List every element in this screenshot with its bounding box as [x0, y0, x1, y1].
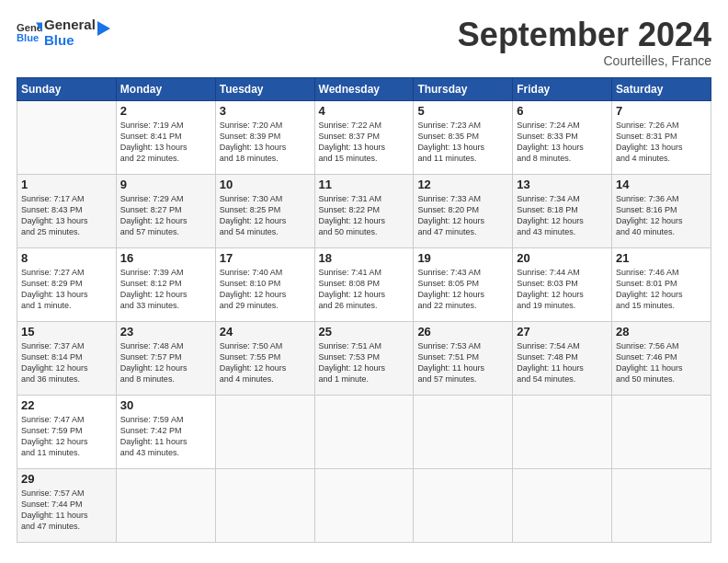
col-header-tuesday: Tuesday: [215, 77, 314, 100]
day-number: 21: [616, 251, 707, 265]
table-row: 12Sunrise: 7:33 AM Sunset: 8:20 PM Dayli…: [414, 174, 513, 247]
day-number: 8: [21, 251, 112, 265]
day-number: 20: [517, 251, 608, 265]
day-number: 26: [417, 325, 508, 339]
day-number: 6: [517, 104, 608, 118]
cell-content: Sunrise: 7:54 AM Sunset: 7:48 PM Dayligh…: [517, 340, 608, 385]
table-row: 3Sunrise: 7:20 AM Sunset: 8:39 PM Daylig…: [215, 100, 314, 174]
table-row: [215, 395, 314, 468]
cell-content: Sunrise: 7:20 AM Sunset: 8:39 PM Dayligh…: [220, 120, 311, 165]
table-row: 5Sunrise: 7:23 AM Sunset: 8:35 PM Daylig…: [414, 100, 513, 174]
day-number: 4: [319, 104, 410, 118]
day-number: 24: [220, 325, 311, 339]
cell-content: Sunrise: 7:50 AM Sunset: 7:55 PM Dayligh…: [220, 340, 311, 385]
location: Courteilles, France: [458, 53, 711, 68]
table-row: 30Sunrise: 7:59 AM Sunset: 7:42 PM Dayli…: [116, 395, 215, 468]
cell-content: Sunrise: 7:43 AM Sunset: 8:05 PM Dayligh…: [417, 267, 508, 312]
table-row: [314, 468, 414, 542]
cell-content: Sunrise: 7:19 AM Sunset: 8:41 PM Dayligh…: [120, 120, 211, 165]
table-row: 4Sunrise: 7:22 AM Sunset: 8:37 PM Daylig…: [314, 100, 414, 174]
table-row: [612, 395, 711, 468]
cell-content: Sunrise: 7:34 AM Sunset: 8:18 PM Dayligh…: [517, 193, 608, 238]
svg-marker-3: [97, 21, 110, 36]
table-row: [612, 468, 711, 542]
day-number: 27: [517, 325, 608, 339]
logo-icon: General Blue: [17, 19, 42, 45]
table-row: [513, 395, 612, 468]
cell-content: Sunrise: 7:33 AM Sunset: 8:20 PM Dayligh…: [417, 193, 508, 238]
logo-arrow-icon: [92, 18, 112, 39]
cell-content: Sunrise: 7:53 AM Sunset: 7:51 PM Dayligh…: [417, 340, 508, 385]
table-row: 14Sunrise: 7:36 AM Sunset: 8:16 PM Dayli…: [612, 174, 711, 247]
table-row: 25Sunrise: 7:51 AM Sunset: 7:53 PM Dayli…: [314, 321, 414, 395]
page: { "header": { "logo_line1": "General", "…: [0, 0, 728, 563]
table-row: 11Sunrise: 7:31 AM Sunset: 8:22 PM Dayli…: [314, 174, 414, 247]
svg-text:Blue: Blue: [17, 32, 39, 43]
col-header-saturday: Saturday: [612, 77, 711, 100]
day-number: 18: [319, 251, 410, 265]
table-row: [116, 468, 215, 542]
col-header-sunday: Sunday: [17, 77, 117, 100]
cell-content: Sunrise: 7:48 AM Sunset: 7:57 PM Dayligh…: [120, 340, 211, 385]
day-number: 1: [21, 178, 112, 191]
day-number: 17: [220, 251, 311, 265]
cell-content: Sunrise: 7:29 AM Sunset: 8:27 PM Dayligh…: [120, 193, 211, 238]
table-row: [414, 395, 513, 468]
cell-content: Sunrise: 7:31 AM Sunset: 8:22 PM Dayligh…: [319, 193, 410, 238]
table-row: 20Sunrise: 7:44 AM Sunset: 8:03 PM Dayli…: [513, 247, 612, 321]
cell-content: Sunrise: 7:36 AM Sunset: 8:16 PM Dayligh…: [616, 193, 707, 238]
table-row: 13Sunrise: 7:34 AM Sunset: 8:18 PM Dayli…: [513, 174, 612, 247]
table-row: [314, 395, 414, 468]
logo-line1: General: [44, 17, 96, 32]
col-header-monday: Monday: [116, 77, 215, 100]
table-row: 18Sunrise: 7:41 AM Sunset: 8:08 PM Dayli…: [314, 247, 414, 321]
day-number: 13: [517, 178, 608, 191]
day-number: 7: [616, 104, 707, 118]
cell-content: Sunrise: 7:27 AM Sunset: 8:29 PM Dayligh…: [21, 267, 112, 312]
day-number: 14: [616, 178, 707, 191]
cell-content: Sunrise: 7:41 AM Sunset: 8:08 PM Dayligh…: [319, 267, 410, 312]
cell-content: Sunrise: 7:46 AM Sunset: 8:01 PM Dayligh…: [616, 267, 707, 312]
table-row: 6Sunrise: 7:24 AM Sunset: 8:33 PM Daylig…: [513, 100, 612, 174]
day-number: 30: [120, 398, 211, 412]
cell-content: Sunrise: 7:40 AM Sunset: 8:10 PM Dayligh…: [220, 267, 311, 312]
month-title: September 2024: [458, 17, 711, 53]
day-number: 23: [120, 325, 211, 339]
table-row: 17Sunrise: 7:40 AM Sunset: 8:10 PM Dayli…: [215, 247, 314, 321]
table-row: 7Sunrise: 7:26 AM Sunset: 8:31 PM Daylig…: [612, 100, 711, 174]
table-row: [215, 468, 314, 542]
table-row: 23Sunrise: 7:48 AM Sunset: 7:57 PM Dayli…: [116, 321, 215, 395]
day-number: 11: [319, 178, 410, 191]
calendar-table: SundayMondayTuesdayWednesdayThursdayFrid…: [17, 77, 711, 543]
table-row: 2Sunrise: 7:19 AM Sunset: 8:41 PM Daylig…: [116, 100, 215, 174]
day-number: 16: [120, 251, 211, 265]
table-row: 16Sunrise: 7:39 AM Sunset: 8:12 PM Dayli…: [116, 247, 215, 321]
table-row: [513, 468, 612, 542]
day-number: 19: [417, 251, 508, 265]
table-row: [17, 100, 117, 174]
cell-content: Sunrise: 7:59 AM Sunset: 7:42 PM Dayligh…: [120, 414, 211, 459]
col-header-wednesday: Wednesday: [314, 77, 414, 100]
logo-line2: Blue: [44, 32, 96, 48]
cell-content: Sunrise: 7:39 AM Sunset: 8:12 PM Dayligh…: [120, 267, 211, 312]
col-header-thursday: Thursday: [414, 77, 513, 100]
cell-content: Sunrise: 7:57 AM Sunset: 7:44 PM Dayligh…: [21, 488, 112, 533]
logo: General Blue General Blue: [17, 17, 112, 49]
table-row: 19Sunrise: 7:43 AM Sunset: 8:05 PM Dayli…: [414, 247, 513, 321]
table-row: 28Sunrise: 7:56 AM Sunset: 7:46 PM Dayli…: [612, 321, 711, 395]
header: General Blue General Blue September 2024…: [17, 17, 711, 68]
day-number: 10: [220, 178, 311, 191]
day-number: 9: [120, 178, 211, 191]
table-row: 21Sunrise: 7:46 AM Sunset: 8:01 PM Dayli…: [612, 247, 711, 321]
day-number: 15: [21, 325, 112, 339]
day-number: 28: [616, 325, 707, 339]
table-row: 29Sunrise: 7:57 AM Sunset: 7:44 PM Dayli…: [17, 468, 117, 542]
table-row: 1Sunrise: 7:17 AM Sunset: 8:43 PM Daylig…: [17, 174, 117, 247]
cell-content: Sunrise: 7:22 AM Sunset: 8:37 PM Dayligh…: [319, 120, 410, 165]
cell-content: Sunrise: 7:30 AM Sunset: 8:25 PM Dayligh…: [220, 193, 311, 238]
day-number: 25: [319, 325, 410, 339]
day-number: 22: [21, 398, 112, 412]
day-number: 2: [120, 104, 211, 118]
cell-content: Sunrise: 7:37 AM Sunset: 8:14 PM Dayligh…: [21, 340, 112, 385]
cell-content: Sunrise: 7:51 AM Sunset: 7:53 PM Dayligh…: [319, 340, 410, 385]
